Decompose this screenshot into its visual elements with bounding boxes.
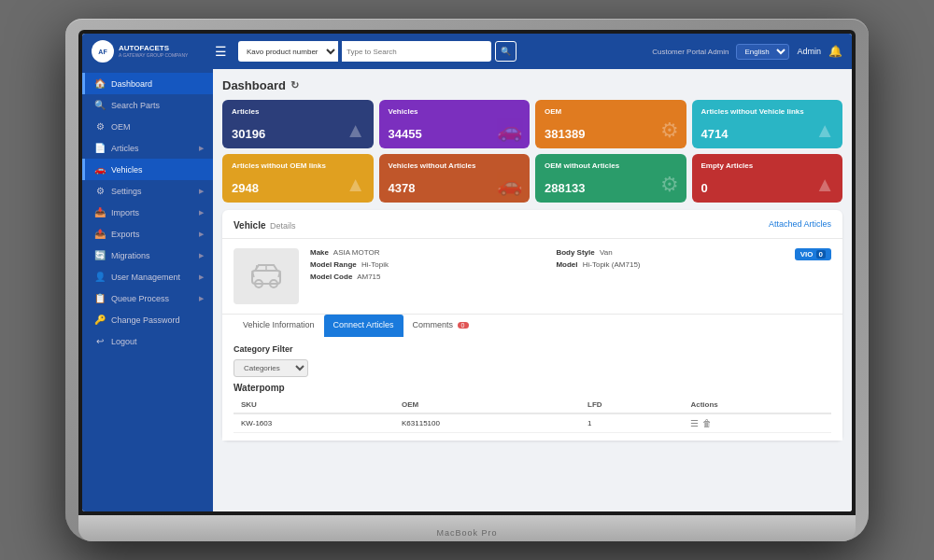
migrations-icon: 🔄	[94, 250, 106, 260]
cell-oem: K63115100	[394, 413, 580, 433]
vehicle-model-code-row: Model Code AM715	[310, 273, 537, 281]
table-row: KW-1603 K63115100 1 ☰ 🗑	[234, 413, 831, 433]
vehicle-details: Make ASIA MOTOR Body Style Van Model Ran…	[310, 248, 784, 281]
cell-actions: ☰ 🗑	[683, 413, 831, 433]
sidebar-item-migrations[interactable]: 🔄 Migrations ▶	[82, 245, 213, 266]
main-layout: 🏠 Dashboard 🔍 Search Parts ⚙ OEM 📄 Artic…	[82, 69, 852, 511]
main-content: Dashboard ↻ Articles 30196 ▲ Vehicles 34…	[213, 69, 852, 511]
comments-badge: 0	[458, 322, 469, 329]
table-section: Category Filter Categories Waterpomp SKU	[222, 337, 842, 441]
col-actions: Actions	[683, 397, 831, 413]
bell-icon[interactable]: 🔔	[828, 45, 842, 58]
cell-lfd: 1	[580, 413, 683, 433]
cell-sku: KW-1603	[234, 413, 394, 433]
laptop-model-label: MacBook Pro	[436, 528, 497, 538]
tab-comments[interactable]: Comments 0	[403, 315, 478, 337]
screen: AF AUTOFACETS A GATEWAY GROUP COMPANY ☰ …	[82, 34, 852, 511]
laptop-base: MacBook Pro	[78, 515, 856, 541]
logout-icon: ↩	[94, 336, 106, 346]
sidebar-item-vehicles[interactable]: 🚗 Vehicles	[82, 159, 213, 180]
vehicle-section: Vehicle Details Attached Articles	[222, 210, 842, 441]
action-icons: ☰ 🗑	[690, 418, 824, 428]
articles-table: SKU OEM LFD Actions KW-1603	[234, 397, 831, 433]
category-title: Waterpomp	[234, 383, 831, 393]
stat-card-articles-no-vehicle[interactable]: Articles without Vehicle links 4714 ▲	[692, 100, 843, 148]
category-filter-select[interactable]: Categories	[234, 359, 308, 377]
tab-bar: Vehicle Information Connect Articles Com…	[222, 314, 842, 337]
vehicle-model-row: Model Hi-Topik (AM715)	[556, 260, 783, 269]
language-select[interactable]: English	[736, 44, 789, 60]
oem-icon: ⚙	[94, 121, 106, 132]
stat-card-oem[interactable]: OEM 381389 ⚙	[535, 100, 686, 148]
sidebar-item-settings[interactable]: ⚙ Settings ▶	[82, 180, 213, 202]
col-sku: SKU	[234, 397, 394, 413]
articles-icon: 📄	[94, 143, 106, 153]
category-filter: Category Filter Categories	[234, 344, 831, 377]
screen-bezel: AF AUTOFACETS A GATEWAY GROUP COMPANY ☰ …	[78, 30, 856, 515]
search-button[interactable]: 🔍	[495, 41, 517, 62]
sidebar-item-oem[interactable]: ⚙ OEM	[82, 116, 213, 137]
stat-card-oem-no-articles[interactable]: OEM without Articles 288133 ⚙	[535, 154, 686, 203]
logo-area: AF AUTOFACETS A GATEWAY GROUP COMPANY	[92, 40, 204, 63]
attached-articles-link[interactable]: Attached Articles	[769, 219, 831, 229]
search-parts-icon: 🔍	[94, 100, 106, 110]
sidebar-item-search-parts[interactable]: 🔍 Search Parts	[82, 94, 213, 116]
queue-arrow-icon: ▶	[199, 295, 204, 302]
search-input[interactable]	[342, 41, 491, 62]
articles-card-icon: ▲	[346, 119, 366, 143]
oem-no-articles-icon: ⚙	[660, 173, 679, 197]
queue-icon: 📋	[94, 293, 106, 303]
search-area: Kavo product number 🔍	[238, 41, 644, 62]
stat-card-articles-no-oem[interactable]: Articles without OEM links 2948 ▲	[222, 154, 374, 203]
user-management-icon: 👤	[94, 272, 106, 282]
vehicle-details-grid: Make ASIA MOTOR Body Style Van Model Ran…	[310, 248, 784, 281]
migrations-arrow-icon: ▶	[199, 252, 204, 259]
vehicle-subtitle: Details	[270, 221, 296, 231]
stat-card-vehicles[interactable]: Vehicles 34455 🚗	[379, 100, 531, 148]
list-icon[interactable]: ☰	[690, 418, 699, 428]
vehicle-image-placeholder	[234, 248, 299, 304]
articles-arrow-icon: ▶	[199, 145, 204, 152]
oem-card-icon: ⚙	[660, 119, 679, 143]
vehicle-header: Vehicle Details Attached Articles	[222, 210, 842, 239]
table-header-row: SKU OEM LFD Actions	[234, 397, 831, 413]
exports-arrow-icon: ▶	[199, 231, 204, 238]
vehicles-no-articles-icon: 🚗	[497, 173, 522, 197]
sidebar-item-imports[interactable]: 📥 Imports ▶	[82, 202, 213, 223]
nav-right: Customer Portal Admin English Admin 🔔	[652, 44, 842, 60]
svg-line-5	[256, 265, 257, 271]
sidebar: 🏠 Dashboard 🔍 Search Parts ⚙ OEM 📄 Artic…	[82, 69, 213, 511]
articles-no-oem-icon: ▲	[346, 173, 366, 197]
sidebar-item-logout[interactable]: ↩ Logout	[82, 330, 213, 352]
exports-icon: 📤	[94, 229, 106, 239]
trash-icon[interactable]: 🗑	[702, 418, 712, 428]
top-nav: AF AUTOFACETS A GATEWAY GROUP COMPANY ☰ …	[82, 34, 852, 69]
vehicle-title-row: Vehicle Details	[234, 216, 295, 232]
articles-no-vehicle-icon: ▲	[814, 119, 835, 143]
stat-card-vehicles-no-articles[interactable]: Vehicles without Articles 4378 🚗	[379, 154, 531, 203]
search-select[interactable]: Kavo product number	[238, 41, 338, 62]
vehicles-card-icon: 🚗	[497, 119, 522, 143]
imports-arrow-icon: ▶	[199, 209, 204, 217]
sidebar-item-dashboard[interactable]: 🏠 Dashboard	[82, 73, 213, 94]
vehicle-make-row: Make ASIA MOTOR	[310, 248, 537, 257]
sidebar-item-user-management[interactable]: 👤 User Management ▶	[82, 266, 213, 287]
tab-vehicle-information[interactable]: Vehicle Information	[234, 315, 324, 337]
col-lfd: LFD	[580, 397, 683, 413]
col-oem: OEM	[394, 397, 580, 413]
page-title-row: Dashboard ↻	[222, 78, 842, 92]
hamburger-icon[interactable]: ☰	[211, 42, 231, 61]
laptop-frame: AF AUTOFACETS A GATEWAY GROUP COMPANY ☰ …	[65, 19, 869, 541]
vehicle-info: Make ASIA MOTOR Body Style Van Model Ran…	[222, 239, 842, 314]
stat-card-empty-articles[interactable]: Empty Articles 0 ▲	[692, 154, 843, 203]
sidebar-item-articles[interactable]: 📄 Articles ▶	[82, 137, 213, 159]
sidebar-item-exports[interactable]: 📤 Exports ▶	[82, 223, 213, 245]
tab-connect-articles[interactable]: Connect Articles	[324, 315, 403, 337]
refresh-icon[interactable]: ↻	[290, 79, 299, 91]
settings-icon: ⚙	[94, 186, 106, 196]
dashboard-icon: 🏠	[94, 78, 106, 89]
sidebar-item-queue-process[interactable]: 📋 Queue Process ▶	[82, 287, 213, 309]
vio-badge[interactable]: VIO 0	[795, 248, 831, 260]
sidebar-item-change-password[interactable]: 🔑 Change Password	[82, 309, 213, 330]
stat-card-articles[interactable]: Articles 30196 ▲	[222, 100, 374, 148]
